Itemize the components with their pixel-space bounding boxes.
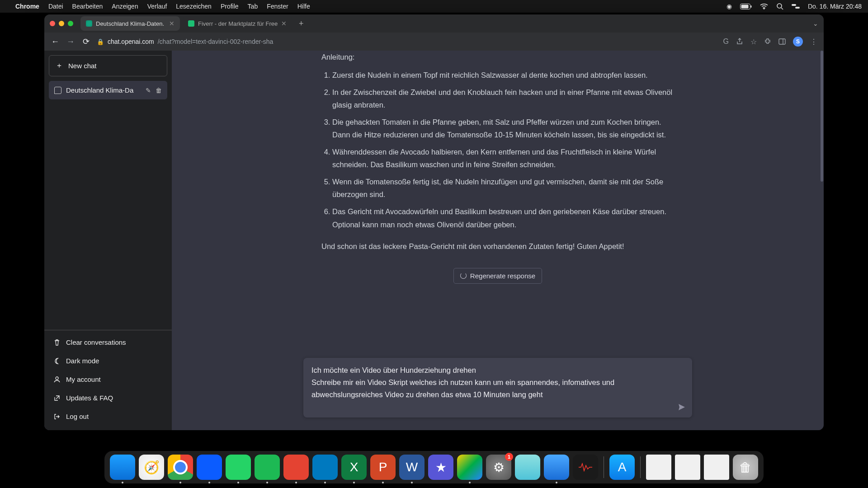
dock-spotify-icon[interactable]	[255, 455, 280, 480]
tab-bar: Deutschland Klima-Daten. ✕ Fiverr - der …	[44, 14, 824, 33]
menubar-item[interactable]: Datei	[48, 3, 63, 10]
menubar-item[interactable]: Bearbeiten	[72, 3, 103, 10]
my-account-button[interactable]: My account	[49, 370, 167, 389]
dock-separator	[640, 456, 641, 478]
recipe-step: Die gehackten Tomaten in die Pfanne gebe…	[332, 116, 674, 141]
svg-rect-7	[779, 39, 785, 44]
new-chat-label: New chat	[68, 62, 97, 70]
svg-point-3	[777, 4, 782, 8]
scroll-thumb[interactable]	[821, 51, 823, 182]
moon-icon	[53, 357, 61, 365]
menubar-item[interactable]: Fenster	[267, 3, 288, 10]
menubar-item[interactable]: Lesezeichen	[176, 3, 212, 10]
menubar-item[interactable]: Tab	[248, 3, 258, 10]
dock-globe-icon[interactable]	[515, 455, 540, 480]
settings-badge: 1	[505, 453, 513, 461]
minimize-window-button[interactable]	[59, 21, 64, 26]
close-window-button[interactable]	[50, 21, 55, 26]
dock-trash-icon[interactable]: 🗑	[733, 455, 758, 480]
dock-todoist-icon[interactable]	[283, 455, 309, 480]
updates-faq-button[interactable]: Updates & FAQ	[49, 389, 167, 407]
new-chat-button[interactable]: ＋ New chat	[49, 55, 167, 76]
control-center-icon[interactable]	[792, 3, 800, 9]
dock-recent-1[interactable]	[646, 455, 671, 480]
dock-chrome-icon[interactable]	[168, 455, 193, 480]
dock-excel-icon[interactable]: X	[341, 455, 367, 480]
back-button[interactable]: ←	[51, 37, 60, 47]
new-tab-button[interactable]: +	[295, 17, 307, 30]
menubar-item[interactable]: Profile	[221, 3, 239, 10]
menubar-datetime[interactable]: Do. 16. März 20:48	[808, 3, 862, 10]
dock-word-icon[interactable]: W	[399, 455, 425, 480]
assistant-message: Anleitung: Zuerst die Nudeln in einem To…	[172, 51, 824, 263]
svg-rect-2	[750, 5, 751, 8]
dock-audio-icon[interactable]	[573, 455, 598, 480]
tab-inactive[interactable]: Fiverr - der Marktplatz für Free ✕	[183, 16, 292, 31]
dock-recent-3[interactable]	[704, 455, 729, 480]
url-path: /chat?model=text-davinci-002-render-sha	[158, 38, 274, 45]
dock-whatsapp-icon[interactable]	[226, 455, 251, 480]
dock-powerpoint-icon[interactable]: P	[370, 455, 396, 480]
scrollbar[interactable]	[820, 51, 824, 352]
chat-title: Deutschland Klima-Da	[66, 86, 141, 94]
chrome-menu-icon[interactable]: ⋮	[810, 38, 817, 46]
dock-finder-icon[interactable]	[110, 455, 135, 480]
send-button[interactable]	[678, 403, 686, 411]
logout-icon	[53, 413, 61, 420]
send-icon	[678, 403, 686, 411]
record-icon[interactable]: ◉	[726, 3, 732, 10]
menubar-item[interactable]: Verlauf	[147, 3, 167, 10]
fiverr-favicon-icon	[188, 20, 194, 27]
message-input-box[interactable]	[303, 358, 692, 418]
dock-appstore-icon[interactable]: A	[609, 455, 635, 480]
bookmark-icon[interactable]: ☆	[750, 38, 757, 46]
lock-icon: 🔒	[97, 38, 104, 45]
dock-recent-2[interactable]	[675, 455, 700, 480]
dark-mode-button[interactable]: Dark mode	[49, 352, 167, 370]
logout-button[interactable]: Log out	[49, 407, 167, 426]
menubar-app[interactable]: Chrome	[15, 3, 39, 10]
dock-quicktime-icon[interactable]	[544, 455, 569, 480]
dock-separator	[604, 456, 604, 478]
tab-close-button[interactable]: ✕	[169, 20, 175, 27]
recipe-step: Wenn die Tomatensoße fertig ist, die Nud…	[332, 175, 674, 201]
menubar-item[interactable]: Hilfe	[297, 3, 310, 10]
dock-settings-icon[interactable]: ⚙1	[486, 455, 511, 480]
search-icon[interactable]	[776, 3, 783, 10]
recipe-step: Währenddessen die Avocado halbieren, den…	[332, 145, 674, 171]
maximize-window-button[interactable]	[68, 21, 73, 26]
battery-icon[interactable]	[740, 4, 752, 9]
clear-conversations-button[interactable]: Clear conversations	[49, 333, 167, 352]
tabs-dropdown-icon[interactable]: ⌄	[813, 20, 818, 27]
content-heading: Anleitung:	[321, 51, 674, 63]
sidebar-chat-item[interactable]: Deutschland Klima-Da ✎ 🗑	[49, 81, 167, 99]
google-translate-icon[interactable]: G	[723, 38, 729, 46]
profile-avatar[interactable]: S	[793, 37, 803, 47]
menubar-item[interactable]: Anzeigen	[112, 3, 138, 10]
sidepanel-icon[interactable]	[778, 38, 786, 45]
recipe-step: Das Gericht mit Avocadowürfeln und Basil…	[332, 205, 674, 230]
dock-drive-icon[interactable]	[457, 455, 482, 480]
chat-icon	[54, 87, 61, 94]
forward-button[interactable]: →	[66, 37, 75, 47]
dock-trello-icon[interactable]	[312, 455, 338, 480]
url-bar: ← → ⟳ 🔒 chat.openai.com/chat?model=text-…	[44, 33, 824, 51]
conversation: Anleitung: Zuerst die Nudeln in einem To…	[172, 51, 824, 352]
share-icon[interactable]	[736, 38, 743, 45]
svg-rect-5	[792, 4, 796, 6]
tab-active[interactable]: Deutschland Klima-Daten. ✕	[80, 16, 180, 31]
dock-safari-icon[interactable]: 🧭	[139, 455, 164, 480]
message-textarea[interactable]	[311, 364, 670, 409]
reload-button[interactable]: ⟳	[81, 37, 90, 47]
address-field[interactable]: 🔒 chat.openai.com/chat?model=text-davinc…	[97, 38, 717, 45]
wifi-icon[interactable]	[760, 3, 768, 9]
edit-chat-icon[interactable]: ✎	[146, 87, 151, 94]
delete-chat-icon[interactable]: 🗑	[156, 87, 162, 94]
tab-title: Fiverr - der Marktplatz für Free	[198, 20, 278, 27]
external-link-icon	[53, 394, 61, 402]
regenerate-button[interactable]: Regenerate response	[453, 268, 542, 284]
dock-zoom-icon[interactable]	[197, 455, 222, 480]
extensions-icon[interactable]	[764, 38, 771, 45]
dock-imovie-icon[interactable]: ★	[428, 455, 453, 480]
tab-close-button[interactable]: ✕	[281, 20, 287, 27]
